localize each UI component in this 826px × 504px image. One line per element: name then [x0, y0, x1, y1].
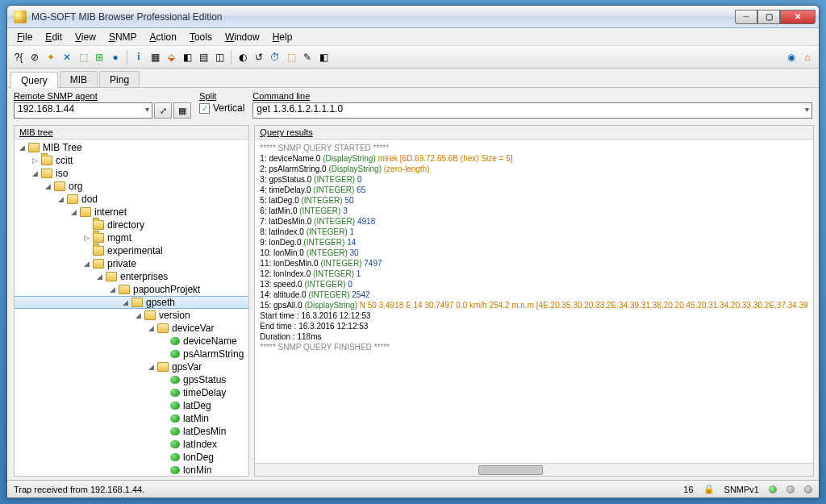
tree-node[interactable]: ◢iso [15, 167, 248, 180]
tool-icon[interactable]: ▦ [148, 51, 161, 64]
scrollbar-horizontal[interactable] [255, 463, 812, 476]
tree-node[interactable]: deviceName [15, 335, 248, 348]
collapse-icon[interactable]: ◢ [121, 298, 130, 307]
tree-node[interactable]: experimental [15, 244, 248, 257]
collapse-icon[interactable]: ◢ [134, 311, 143, 320]
agent-props-button[interactable]: ▦ [173, 102, 191, 119]
tree-node-label: enterprises [120, 271, 168, 282]
tree-node[interactable]: ◢enterprises [15, 270, 248, 283]
tree-node-label: version [159, 310, 190, 321]
tool-icon[interactable]: ◫ [213, 51, 226, 64]
tab-query[interactable]: Query [10, 72, 58, 88]
tool-icon[interactable]: ⬚ [77, 51, 90, 64]
scroll-thumb[interactable] [478, 465, 543, 475]
tree-node[interactable]: ◢MIB Tree [15, 141, 248, 154]
tool-icon[interactable]: ⬙ [165, 51, 177, 64]
collapse-icon[interactable]: ◢ [18, 144, 27, 152]
tree-node-label: deviceName [183, 335, 237, 347]
query-results[interactable]: ***** SNMP QUERY STARTED *****1: deviceN… [255, 140, 812, 463]
collapse-icon[interactable]: ◢ [69, 208, 78, 217]
tool-icon[interactable]: i [132, 51, 145, 64]
tree-node[interactable]: latMin [15, 412, 248, 425]
tool-icon[interactable]: ⬚ [285, 51, 298, 64]
browse-agent-button[interactable]: ⤢ [154, 102, 172, 119]
minimize-button[interactable]: ─ [735, 10, 757, 24]
tree-node[interactable]: ◢deviceVar [15, 322, 248, 335]
expand-icon[interactable]: ▷ [31, 156, 40, 165]
tool-icon[interactable]: ● [109, 51, 122, 64]
tool-icon[interactable]: ⊘ [28, 51, 41, 64]
tool-icon[interactable]: ↺ [252, 51, 265, 64]
tree-node[interactable]: psAlarmString [15, 348, 248, 360]
tool-icon[interactable]: ⊞ [93, 51, 106, 64]
help-icon[interactable]: ◉ [785, 51, 798, 64]
folder-icon [80, 207, 91, 217]
collapse-icon[interactable]: ◢ [82, 260, 91, 269]
status-count: 16 [683, 485, 693, 494]
result-line: 9: lonDeg.0 (INTEGER) 14 [260, 237, 807, 248]
collapse-icon[interactable]: ◢ [95, 273, 104, 281]
tool-icon[interactable]: ◧ [181, 51, 194, 64]
remote-agent-combo[interactable]: 192.168.1.44 [14, 102, 152, 119]
result-line: 4: timeDelay.0 (INTEGER) 65 [260, 185, 807, 195]
collapse-icon[interactable]: ◢ [108, 285, 117, 294]
collapse-icon[interactable]: ◢ [147, 363, 156, 372]
command-line-combo[interactable]: get 1.3.6.1.2.1.1.1.0 [252, 102, 812, 119]
tree-node[interactable]: directory [15, 219, 248, 231]
tree-node[interactable]: ◢gpsVar [15, 360, 248, 373]
home-icon[interactable]: ⌂ [801, 51, 814, 64]
tree-node[interactable]: ◢private [15, 257, 248, 270]
collapse-icon[interactable]: ◢ [147, 324, 156, 333]
tool-icon[interactable]: ✕ [60, 51, 73, 64]
tree-node[interactable]: ▷ccitt [15, 154, 248, 167]
tool-icon[interactable]: ▤ [197, 51, 210, 64]
expand-icon[interactable]: ▷ [82, 234, 91, 243]
tree-node[interactable]: latDesMin [15, 425, 248, 438]
tree-node[interactable]: ◢org [15, 180, 248, 193]
collapse-icon[interactable]: ◢ [31, 169, 40, 178]
menu-edit[interactable]: Edit [39, 30, 69, 44]
tab-ping[interactable]: Ping [99, 71, 140, 87]
mib-tree[interactable]: ◢MIB Tree▷ccitt◢iso◢org◢dod◢internetdire… [15, 140, 248, 476]
tree-node[interactable]: ◢papouchProjekt [15, 283, 248, 296]
tree-node[interactable]: ◢gpseth [15, 296, 248, 309]
tool-icon[interactable]: ✎ [301, 51, 314, 64]
tree-node[interactable]: latDeg [15, 399, 248, 412]
result-line: 11: lonDesMin.0 (INTEGER) 7497 [260, 258, 807, 269]
tree-node[interactable]: ▷mgmt [15, 231, 248, 244]
tool-icon[interactable]: ◐ [236, 51, 249, 64]
tab-mib[interactable]: MIB [60, 71, 98, 87]
maximize-button[interactable]: ▢ [757, 10, 780, 24]
result-line: 12: lonIndex.0 (INTEGER) 1 [260, 269, 807, 279]
tree-node[interactable]: ◢version [15, 309, 248, 322]
tool-icon[interactable]: ?{ [12, 51, 25, 64]
tree-node[interactable]: ◢internet [15, 206, 248, 219]
tool-icon[interactable]: ◧ [317, 51, 330, 64]
split-label: Split [199, 91, 244, 101]
spacer [160, 414, 169, 423]
tree-node[interactable]: ◢dod [15, 193, 248, 206]
collapse-icon[interactable]: ◢ [56, 195, 65, 204]
tree-node[interactable]: lonDeg [15, 451, 248, 464]
result-line: 7: latDesMin.0 (INTEGER) 4918 [260, 216, 807, 227]
result-line: 15: gpsAll.0 (DisplayString) N 50 3.4918… [260, 300, 807, 310]
folder-icon [144, 310, 156, 320]
menu-view[interactable]: View [69, 30, 102, 44]
titlebar[interactable]: MG-SOFT MIB Browser Professional Edition… [7, 6, 819, 28]
menu-file[interactable]: File [10, 30, 39, 44]
tree-node[interactable]: gpsStatus [15, 373, 248, 386]
tool-icon[interactable]: ✦ [44, 51, 57, 64]
tree-node[interactable]: timeDelay [15, 386, 248, 399]
collapse-icon[interactable]: ◢ [44, 182, 52, 191]
menu-action[interactable]: Action [144, 30, 183, 44]
close-button[interactable]: ✕ [780, 10, 816, 24]
status-snmp-version: SNMPv1 [724, 485, 759, 494]
menu-help[interactable]: Help [266, 30, 299, 44]
split-vertical-checkbox[interactable]: ✓ Vertical [199, 102, 244, 114]
tree-node[interactable]: latIndex [15, 438, 248, 451]
tool-icon[interactable]: ⏱ [269, 51, 282, 64]
menu-snmp[interactable]: SNMP [102, 30, 144, 44]
tree-node[interactable]: lonMin [15, 464, 248, 476]
menu-window[interactable]: Window [219, 30, 266, 44]
menu-tools[interactable]: Tools [183, 30, 219, 44]
